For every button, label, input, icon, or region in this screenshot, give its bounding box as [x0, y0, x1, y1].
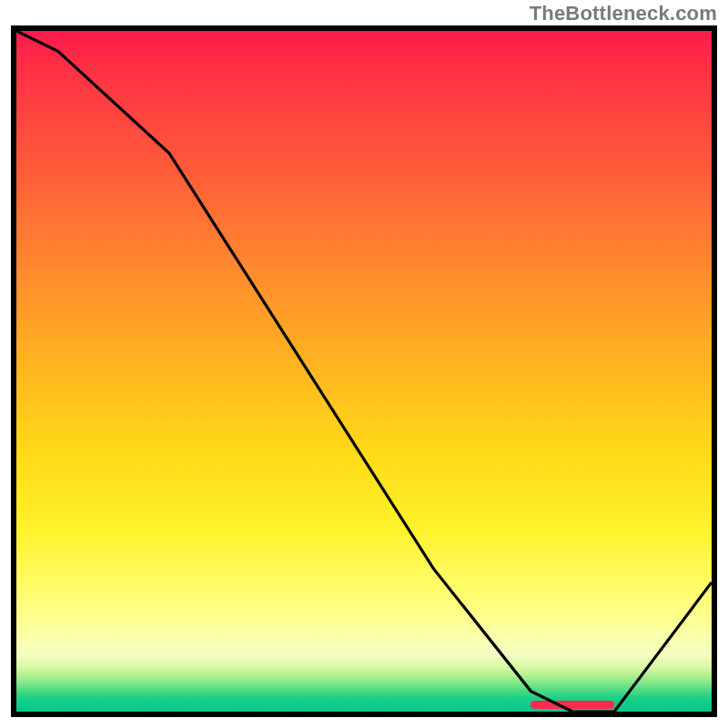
attribution-text: TheBottleneck.com [530, 2, 717, 25]
chart-container [11, 25, 717, 717]
bottleneck-curve [16, 31, 712, 712]
chart-plot-area [11, 25, 717, 717]
